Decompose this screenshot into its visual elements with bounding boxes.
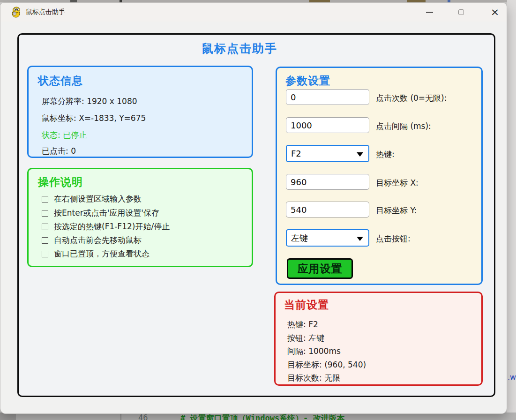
- instruction-text: 窗口已置顶，方便查看状态: [54, 248, 150, 259]
- mouse-button-select-value: 左键: [291, 232, 308, 244]
- title-bar[interactable]: 鼠标点击助手 ×: [0, 3, 507, 22]
- close-button[interactable]: ×: [484, 3, 506, 22]
- minimize-icon: [426, 12, 433, 13]
- apply-settings-button[interactable]: 应用设置: [287, 258, 353, 279]
- editor-line-number: 46: [138, 413, 148, 420]
- target-x-input[interactable]: [286, 174, 369, 190]
- checkbox-icon: [42, 237, 48, 244]
- window-title: 鼠标点击助手: [26, 8, 65, 16]
- status-panel-title: 状态信息: [38, 74, 83, 88]
- instruction-item: 窗口已置顶，方便查看状态: [42, 248, 150, 259]
- checkbox-icon: [42, 251, 48, 257]
- resolution-line: 屏幕分辨率: 1920 x 1080: [42, 96, 137, 107]
- instruction-text: 在右侧设置区域输入参数: [54, 194, 142, 204]
- target-x-label: 目标坐标 X:: [376, 178, 419, 188]
- background-code-line: # 设置窗口置顶（Windows系统）- 改进版本: [180, 413, 345, 420]
- instruction-text: 按选定的热键(F1-F12)开始/停止: [54, 221, 170, 232]
- current-hotkey-line: 热键: F2: [287, 319, 318, 330]
- mouse-coords-line: 鼠标坐标: X=-1833, Y=675: [42, 113, 146, 124]
- instruction-item: 自动点击前会先移动鼠标: [42, 235, 142, 246]
- instructions-panel-title: 操作说明: [38, 175, 83, 189]
- close-icon: ×: [491, 7, 499, 17]
- target-y-input[interactable]: [286, 202, 369, 218]
- click-interval-input[interactable]: [286, 117, 369, 133]
- hotkey-select-value: F2: [291, 149, 301, 158]
- current-coords-line: 目标坐标: (960, 540): [287, 360, 366, 370]
- current-button-line: 按钮: 左键: [287, 333, 324, 344]
- dropdown-arrow-icon: [357, 237, 363, 241]
- instruction-item: 按选定的热键(F1-F12)开始/停止: [42, 221, 170, 232]
- click-count-label: 点击次数 (0=无限):: [376, 93, 447, 104]
- settings-panel-title: 参数设置: [285, 74, 330, 88]
- instruction-item: 在右侧设置区域输入参数: [42, 194, 142, 204]
- target-y-label: 目标坐标 Y:: [376, 205, 417, 216]
- instruction-item: 按Enter或点击'应用设置'保存: [42, 208, 159, 218]
- page-title: 鼠标点击助手: [0, 41, 479, 56]
- status-panel: 状态信息 屏幕分辨率: 1920 x 1080 鼠标坐标: X=-1833, Y…: [27, 66, 253, 158]
- background-right-strip: .w: [507, 0, 516, 420]
- app-icon: [10, 7, 22, 18]
- instruction-text: 按Enter或点击'应用设置'保存: [54, 208, 159, 218]
- minimize-button[interactable]: [419, 3, 440, 22]
- click-interval-label: 点击间隔 (ms):: [376, 121, 431, 132]
- click-count-input[interactable]: [286, 89, 369, 105]
- current-count-line: 目标次数: 无限: [287, 373, 340, 383]
- checkbox-icon: [42, 196, 48, 202]
- instruction-text: 自动点击前会先移动鼠标: [54, 235, 142, 246]
- click-count-line: 已点击: 0: [42, 146, 76, 157]
- hotkey-label: 热键:: [376, 149, 395, 160]
- mouse-button-label: 点击按钮:: [376, 233, 411, 244]
- dropdown-arrow-icon: [357, 152, 363, 157]
- state-line: 状态: 已停止: [42, 130, 87, 141]
- checkbox-icon: [42, 210, 48, 217]
- checkbox-icon: [42, 224, 48, 230]
- maximize-button[interactable]: [450, 3, 472, 22]
- current-settings-panel: 当前设置 热键: F2 按钮: 左键 间隔: 1000ms 目标坐标: (960…: [274, 292, 483, 386]
- current-interval-line: 间隔: 1000ms: [287, 346, 341, 357]
- current-settings-title: 当前设置: [284, 298, 329, 312]
- screen: .w 46 # 设置窗口置顶（Windows系统）- 改进版本 鼠标点击助手: [0, 0, 516, 420]
- maximize-icon: [458, 9, 464, 15]
- mouse-button-select[interactable]: 左键: [286, 229, 369, 247]
- instructions-panel: 操作说明 在右侧设置区域输入参数 按Enter或点击'应用设置'保存 按选定的热…: [27, 168, 253, 267]
- background-code-fragment: .w: [508, 373, 516, 382]
- hotkey-select[interactable]: F2: [286, 145, 369, 162]
